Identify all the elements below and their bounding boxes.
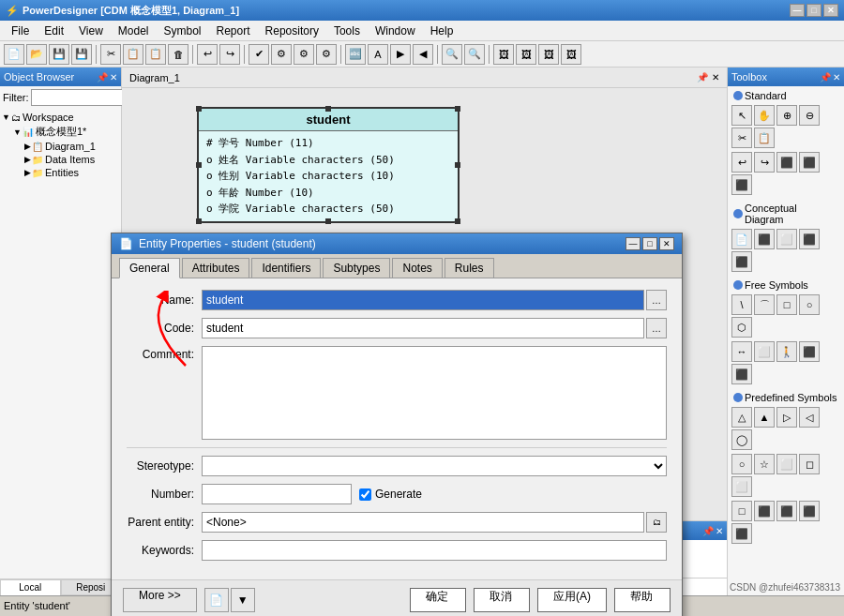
footer-icon1[interactable]: 📄 xyxy=(204,588,229,612)
generate-checkbox[interactable] xyxy=(359,488,371,501)
tb-save-all[interactable]: 💾 xyxy=(71,44,92,65)
toolbox-pin[interactable]: 📌 xyxy=(820,72,831,83)
tool-c4[interactable]: ⬛ xyxy=(799,229,820,249)
tb-redo[interactable]: ↪ xyxy=(219,44,240,65)
panel-close[interactable]: ✕ xyxy=(110,72,117,83)
stereotype-select[interactable] xyxy=(202,456,667,476)
ok-button[interactable]: 确定 xyxy=(410,588,466,612)
tool-c2[interactable]: ⬛ xyxy=(754,229,775,249)
entity-student[interactable]: student # 学号 Number (11) o 姓名 Variable c… xyxy=(197,107,460,223)
tool-p3[interactable]: ▷ xyxy=(776,407,797,428)
tb-paste[interactable]: 📋 xyxy=(145,44,166,65)
footer-icon-dropdown[interactable]: ▼ xyxy=(231,588,255,612)
tb-gen3[interactable]: ⚙ xyxy=(316,44,337,65)
dialog-tab-rules[interactable]: Rules xyxy=(445,258,494,278)
tb-save[interactable]: 💾 xyxy=(49,44,69,65)
number-input[interactable] xyxy=(202,484,352,504)
dialog-tab-subtypes[interactable]: Subtypes xyxy=(323,258,390,278)
tb-b2[interactable]: A xyxy=(368,44,388,65)
apply-button[interactable]: 应用(A) xyxy=(537,588,607,612)
menu-tools[interactable]: Tools xyxy=(326,23,368,39)
tb-zoom1[interactable]: 🔍 xyxy=(442,44,462,65)
tb-check[interactable]: ✔ xyxy=(249,44,269,65)
tool-entity[interactable]: 📄 xyxy=(731,229,752,249)
more-button[interactable]: More >> xyxy=(123,588,197,612)
tool-p7[interactable]: ☆ xyxy=(754,454,775,474)
toolbox-conceptual-title[interactable]: Conceptual Diagram xyxy=(730,201,842,227)
output-close[interactable]: ✕ xyxy=(716,526,723,536)
tb-b4[interactable]: ◀ xyxy=(413,44,433,65)
menu-view[interactable]: View xyxy=(71,23,111,39)
tool-c5[interactable]: ⬛ xyxy=(731,251,752,272)
tool-s3[interactable]: ⬛ xyxy=(776,152,797,173)
tool-cut[interactable]: ✂ xyxy=(731,128,752,148)
tb-delete[interactable]: 🗑 xyxy=(168,44,188,65)
tb-b3[interactable]: ▶ xyxy=(390,44,411,65)
menu-window[interactable]: Window xyxy=(368,23,423,39)
comment-input[interactable] xyxy=(202,346,667,440)
tool-f8[interactable]: 🚶 xyxy=(776,341,797,362)
tool-p11[interactable]: □ xyxy=(731,501,752,521)
toolbox-close[interactable]: ✕ xyxy=(833,72,840,83)
menu-symbol[interactable]: Symbol xyxy=(157,23,209,39)
dialog-tab-general[interactable]: General xyxy=(119,258,180,278)
tb-img3[interactable]: 🖼 xyxy=(538,44,559,65)
tool-f7[interactable]: ⬜ xyxy=(754,341,775,362)
panel-pin[interactable]: 📌 xyxy=(97,72,108,83)
tool-hand[interactable]: ✋ xyxy=(754,105,775,126)
tool-p10[interactable]: ⬜ xyxy=(731,476,752,497)
tool-c3[interactable]: ⬜ xyxy=(776,229,797,249)
tool-paste[interactable]: 📋 xyxy=(754,128,775,148)
tree-item-entities[interactable]: ▶ 📁 Entities xyxy=(2,166,119,179)
tool-p1[interactable]: △ xyxy=(731,407,752,428)
cancel-button[interactable]: 取消 xyxy=(474,588,530,612)
menu-report[interactable]: Report xyxy=(209,23,258,39)
close-app-button[interactable]: ✕ xyxy=(823,4,838,17)
tb-new[interactable]: 📄 xyxy=(4,44,24,65)
tool-p8[interactable]: ⬜ xyxy=(776,454,797,474)
menu-help[interactable]: Help xyxy=(423,23,461,39)
parent-entity-input[interactable] xyxy=(202,512,644,533)
code-input[interactable] xyxy=(202,318,644,338)
tb-img4[interactable]: 🖼 xyxy=(561,44,581,65)
tb-gen1[interactable]: ⚙ xyxy=(271,44,292,65)
diagram-close[interactable]: ✕ xyxy=(712,72,719,83)
tool-zoom-out[interactable]: ⊖ xyxy=(799,105,820,126)
name-btn[interactable]: … xyxy=(646,290,667,310)
parent-entity-btn[interactable]: 🗂 xyxy=(646,512,667,533)
tool-rect[interactable]: □ xyxy=(776,294,797,315)
tool-f6[interactable]: ↔ xyxy=(731,341,752,362)
dialog-close[interactable]: ✕ xyxy=(659,237,674,250)
tool-f9[interactable]: ⬛ xyxy=(799,341,820,362)
tree-item-workspace[interactable]: ▼ 🗂 Workspace xyxy=(2,111,119,124)
tool-p2[interactable]: ▲ xyxy=(754,407,775,428)
tb-img1[interactable]: 🖼 xyxy=(493,44,514,65)
tb-copy[interactable]: 📋 xyxy=(123,44,143,65)
tool-p6[interactable]: ○ xyxy=(731,454,752,474)
maximize-button[interactable]: □ xyxy=(806,4,821,17)
tool-p5[interactable]: ◯ xyxy=(731,429,752,450)
tool-ellipse[interactable]: ○ xyxy=(799,294,820,315)
tb-undo[interactable]: ↩ xyxy=(197,44,218,65)
tool-p13[interactable]: ⬛ xyxy=(776,501,797,521)
tool-line[interactable]: \ xyxy=(731,294,752,315)
tb-gen2[interactable]: ⚙ xyxy=(294,44,314,65)
tb-open[interactable]: 📂 xyxy=(26,44,47,65)
toolbox-standard-title[interactable]: Standard xyxy=(730,88,842,103)
diagram-pin[interactable]: 📌 xyxy=(697,72,708,83)
tool-undo[interactable]: ↩ xyxy=(731,152,752,173)
expand-dataitems[interactable]: ▶ xyxy=(24,155,31,164)
minimize-button[interactable]: — xyxy=(790,4,805,17)
tool-s5[interactable]: ⬛ xyxy=(731,174,752,195)
code-btn[interactable]: … xyxy=(646,318,667,338)
tool-p12[interactable]: ⬛ xyxy=(754,501,775,521)
tool-arc[interactable]: ⌒ xyxy=(754,294,775,315)
expand-workspace[interactable]: ▼ xyxy=(2,113,10,122)
dialog-minimize[interactable]: — xyxy=(625,237,641,250)
tb-cut[interactable]: ✂ xyxy=(100,44,121,65)
menu-file[interactable]: File xyxy=(4,23,37,39)
tb-zoom2[interactable]: 🔍 xyxy=(464,44,485,65)
tree-item-model[interactable]: ▼ 📊 概念模型1* xyxy=(2,124,119,140)
dialog-tab-notes[interactable]: Notes xyxy=(392,258,442,278)
name-input[interactable] xyxy=(202,290,644,310)
